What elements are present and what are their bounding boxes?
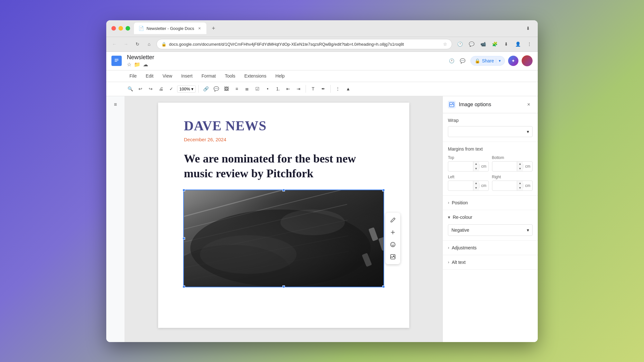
menu-help[interactable]: Help [271,72,289,80]
forward-button[interactable]: → [122,40,130,48]
left-down-button[interactable]: ▼ [473,186,479,190]
minimize-button[interactable] [118,26,123,31]
plus-icon [390,229,396,235]
top-down-button[interactable]: ▼ [473,166,479,171]
active-tab[interactable]: 📄 Newsletter - Google Docs ✕ [134,23,206,34]
share-dropdown-icon[interactable]: ▾ [496,59,501,63]
share-button[interactable]: 🔒 Image options Share ▾ [470,56,505,66]
spellcheck-button[interactable]: ✓ [167,84,176,93]
left-unit: cm [479,183,488,188]
maximize-button[interactable] [126,26,130,31]
more-button[interactable]: ⋮ [333,84,342,93]
top-margin-field: Top ▲ ▼ cm [448,155,489,172]
align-button[interactable]: ≡ [232,84,241,93]
close-button[interactable] [111,26,116,31]
doc-image-container[interactable] [184,190,384,287]
recolour-header[interactable]: ▾ Re-colour [448,215,533,220]
svg-point-16 [280,209,345,235]
panel-close-button[interactable]: × [525,101,533,108]
new-tab-button[interactable]: + [209,24,218,33]
version-history-icon[interactable]: 🕐 [447,56,456,65]
window-minimize-icon[interactable]: ⬇ [524,24,533,33]
comment-icon[interactable]: 💬 [467,40,476,49]
tab-bar: 📄 Newsletter - Google Docs ✕ + [134,23,520,34]
star-icon[interactable]: ☆ [127,61,131,68]
menu-extensions[interactable]: Extensions [241,72,270,80]
indent-less-button[interactable]: ⇤ [284,84,293,93]
download-icon[interactable]: ⬇ [502,40,511,49]
redo-button[interactable]: ↪ [146,84,155,93]
menu-file[interactable]: File [126,72,141,80]
recolour-dropdown[interactable]: Negative ▾ [448,224,533,236]
format-button[interactable]: ✒ [319,84,328,93]
toolbar-divider-2 [306,85,306,93]
top-input[interactable] [448,164,473,169]
image-float-toolbar [385,213,400,264]
bookmark-icon[interactable]: ☆ [443,42,447,47]
clear-format-button[interactable]: T [308,84,317,93]
doc-title: DAVE NEWS [184,118,384,134]
collapse-toolbar-button[interactable]: ▲ [344,84,353,93]
tab-close-button[interactable]: ✕ [197,26,202,31]
print-button[interactable]: 🖨 [156,84,166,93]
more-options-icon[interactable]: ⋮ [525,40,534,49]
right-up-button[interactable]: ▲ [517,181,523,186]
adjustments-section[interactable]: › Adjustments [443,241,538,255]
doc-image[interactable] [184,190,384,287]
docs-logo [111,56,122,66]
main-area: ≡ DAVE NEWS December 26, 2024 We are nom… [106,96,538,342]
bullet-button[interactable]: • [263,84,272,93]
extensions-icon[interactable]: 🧩 [490,40,499,49]
avatar[interactable] [522,55,533,66]
menu-tools[interactable]: Tools [221,72,239,80]
profile-icon[interactable]: 👤 [513,40,522,49]
bottom-input[interactable] [492,164,517,169]
left-input[interactable] [448,183,473,188]
comment-button[interactable]: 💬 [212,84,221,93]
svg-point-18 [391,242,395,247]
chat-icon[interactable]: 💬 [458,56,467,65]
guitar-visual [184,190,384,287]
svg-point-20 [393,244,394,245]
emoji-button[interactable] [387,239,398,250]
list-button[interactable]: ≣ [242,84,251,93]
alt-text-section[interactable]: › Alt text [443,255,538,270]
left-up-button[interactable]: ▲ [473,181,479,186]
video-icon[interactable]: 📹 [478,40,488,49]
menu-edit[interactable]: Edit [142,72,157,80]
menu-insert[interactable]: Insert [177,72,196,80]
home-button[interactable]: ⌂ [145,40,153,48]
search-toolbar-icon[interactable]: 🔍 [126,84,135,93]
zoom-selector[interactable]: 100% ▾ [177,85,196,93]
ordered-list-button[interactable]: 1. [273,84,282,93]
bottom-down-button[interactable]: ▼ [517,166,523,171]
url-bar[interactable]: 🔒 docs.google.com/document/d/1QVrCmFHhv4… [156,39,452,49]
link-button[interactable]: 🔗 [201,84,210,93]
edit-image-button[interactable] [387,215,398,226]
url-text: docs.google.com/document/d/1QVrCmFHhv4jF… [169,42,440,47]
menu-format[interactable]: Format [198,72,220,80]
wrap-dropdown[interactable]: ▾ [448,126,533,137]
image-options-button[interactable] [387,251,398,262]
app-title-icons: ☆ 📁 ☁ [127,61,154,68]
cloud-icon[interactable]: ☁ [143,61,148,68]
history-icon[interactable]: 🕐 [455,40,464,49]
outline-icon[interactable]: ≡ [110,99,121,110]
right-down-button[interactable]: ▼ [517,186,523,190]
docs-logo-icon [113,57,120,65]
folder-icon[interactable]: 📁 [134,61,140,68]
position-section[interactable]: › Position [443,196,538,210]
bottom-up-button[interactable]: ▲ [517,162,523,166]
svg-rect-13 [378,237,384,251]
back-button[interactable]: ← [110,40,118,48]
checklist-button[interactable]: ☑ [253,84,262,93]
refresh-button[interactable]: ↻ [133,40,142,48]
indent-more-button[interactable]: ⇥ [294,84,303,93]
gemini-button[interactable]: ✦ [508,56,518,66]
add-image-button[interactable] [387,227,398,238]
right-input[interactable] [492,183,517,188]
undo-button[interactable]: ↩ [136,84,145,93]
image-button[interactable]: 🖼 [222,84,231,93]
top-up-button[interactable]: ▲ [473,162,479,166]
menu-view[interactable]: View [159,72,176,80]
